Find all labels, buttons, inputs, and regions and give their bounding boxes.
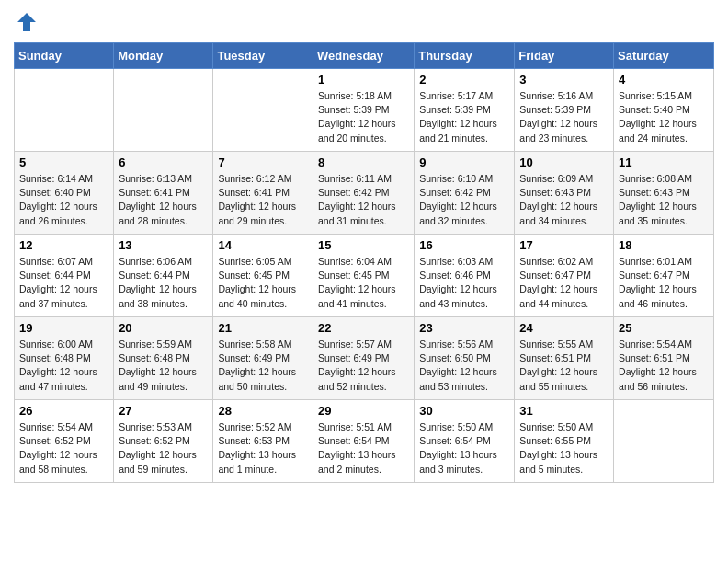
calendar-cell: 4Sunrise: 5:15 AM Sunset: 5:40 PM Daylig… [614, 69, 714, 152]
day-info: Sunrise: 5:50 AM Sunset: 6:55 PM Dayligh… [519, 420, 609, 477]
day-info: Sunrise: 6:04 AM Sunset: 6:45 PM Dayligh… [318, 255, 409, 311]
day-number: 10 [519, 155, 609, 169]
calendar-cell [213, 69, 313, 152]
day-number: 1 [318, 73, 409, 86]
calendar-cell: 29Sunrise: 5:51 AM Sunset: 6:54 PM Dayli… [313, 400, 414, 483]
day-number: 16 [419, 238, 509, 252]
day-number: 19 [19, 321, 108, 335]
calendar-cell: 11Sunrise: 6:08 AM Sunset: 6:43 PM Dayli… [614, 152, 714, 235]
day-info: Sunrise: 5:52 AM Sunset: 6:53 PM Dayligh… [218, 420, 308, 477]
day-number: 23 [419, 321, 509, 335]
calendar-cell [114, 69, 213, 152]
page-header [14, 9, 714, 35]
day-info: Sunrise: 6:09 AM Sunset: 6:43 PM Dayligh… [519, 172, 609, 228]
day-info: Sunrise: 5:17 AM Sunset: 5:39 PM Dayligh… [419, 89, 509, 145]
calendar-week-row: 19Sunrise: 6:00 AM Sunset: 6:48 PM Dayli… [15, 317, 714, 400]
calendar-week-row: 5Sunrise: 6:14 AM Sunset: 6:40 PM Daylig… [15, 152, 714, 235]
calendar-cell: 16Sunrise: 6:03 AM Sunset: 6:46 PM Dayli… [415, 235, 515, 317]
svg-marker-0 [17, 13, 36, 31]
day-number: 28 [218, 404, 308, 418]
day-info: Sunrise: 5:57 AM Sunset: 6:49 PM Dayligh… [318, 338, 409, 394]
day-info: Sunrise: 5:51 AM Sunset: 6:54 PM Dayligh… [318, 420, 409, 477]
weekday-header-saturday: Saturday [614, 43, 714, 69]
day-number: 14 [218, 238, 308, 252]
calendar-cell: 14Sunrise: 6:05 AM Sunset: 6:45 PM Dayli… [213, 235, 313, 317]
calendar-cell [15, 69, 114, 152]
day-info: Sunrise: 5:53 AM Sunset: 6:52 PM Dayligh… [119, 420, 208, 477]
calendar-cell: 25Sunrise: 5:54 AM Sunset: 6:51 PM Dayli… [614, 317, 714, 400]
day-number: 4 [619, 73, 709, 86]
calendar-cell: 26Sunrise: 5:54 AM Sunset: 6:52 PM Dayli… [15, 400, 114, 483]
day-info: Sunrise: 5:54 AM Sunset: 6:52 PM Dayligh… [19, 420, 108, 477]
day-info: Sunrise: 6:00 AM Sunset: 6:48 PM Dayligh… [19, 338, 108, 394]
day-number: 13 [119, 238, 208, 252]
day-info: Sunrise: 5:56 AM Sunset: 6:50 PM Dayligh… [419, 338, 509, 394]
day-number: 22 [318, 321, 409, 335]
calendar-cell: 21Sunrise: 5:58 AM Sunset: 6:49 PM Dayli… [213, 317, 313, 400]
weekday-header-wednesday: Wednesday [313, 43, 414, 69]
calendar-cell: 23Sunrise: 5:56 AM Sunset: 6:50 PM Dayli… [415, 317, 515, 400]
day-number: 11 [619, 155, 709, 169]
day-info: Sunrise: 6:14 AM Sunset: 6:40 PM Dayligh… [19, 172, 108, 228]
day-number: 20 [119, 321, 208, 335]
logo [14, 9, 43, 35]
calendar-cell: 12Sunrise: 6:07 AM Sunset: 6:44 PM Dayli… [15, 235, 114, 317]
calendar-table: SundayMondayTuesdayWednesdayThursdayFrid… [14, 42, 714, 483]
day-number: 31 [519, 404, 609, 418]
day-number: 12 [19, 238, 108, 252]
day-info: Sunrise: 5:18 AM Sunset: 5:39 PM Dayligh… [318, 89, 409, 145]
calendar-cell: 15Sunrise: 6:04 AM Sunset: 6:45 PM Dayli… [313, 235, 414, 317]
day-number: 2 [419, 73, 509, 86]
logo-icon [14, 9, 40, 35]
day-info: Sunrise: 6:03 AM Sunset: 6:46 PM Dayligh… [419, 255, 509, 311]
day-info: Sunrise: 6:10 AM Sunset: 6:42 PM Dayligh… [419, 172, 509, 228]
day-number: 30 [419, 404, 509, 418]
weekday-header-friday: Friday [515, 43, 614, 69]
calendar-cell: 18Sunrise: 6:01 AM Sunset: 6:47 PM Dayli… [614, 235, 714, 317]
weekday-header-sunday: Sunday [15, 43, 114, 69]
calendar-cell [614, 400, 714, 483]
day-number: 8 [318, 155, 409, 169]
weekday-header-tuesday: Tuesday [213, 43, 313, 69]
calendar-cell: 10Sunrise: 6:09 AM Sunset: 6:43 PM Dayli… [515, 152, 614, 235]
day-info: Sunrise: 5:55 AM Sunset: 6:51 PM Dayligh… [519, 338, 609, 394]
calendar-cell: 13Sunrise: 6:06 AM Sunset: 6:44 PM Dayli… [114, 235, 213, 317]
day-info: Sunrise: 5:58 AM Sunset: 6:49 PM Dayligh… [218, 338, 308, 394]
day-number: 26 [19, 404, 108, 418]
calendar-cell: 30Sunrise: 5:50 AM Sunset: 6:54 PM Dayli… [415, 400, 515, 483]
calendar-cell: 9Sunrise: 6:10 AM Sunset: 6:42 PM Daylig… [415, 152, 515, 235]
calendar-cell: 28Sunrise: 5:52 AM Sunset: 6:53 PM Dayli… [213, 400, 313, 483]
weekday-header-thursday: Thursday [415, 43, 515, 69]
calendar-cell: 24Sunrise: 5:55 AM Sunset: 6:51 PM Dayli… [515, 317, 614, 400]
day-info: Sunrise: 5:16 AM Sunset: 5:39 PM Dayligh… [519, 89, 609, 145]
day-info: Sunrise: 6:01 AM Sunset: 6:47 PM Dayligh… [619, 255, 709, 311]
day-info: Sunrise: 5:59 AM Sunset: 6:48 PM Dayligh… [119, 338, 208, 394]
calendar-week-row: 1Sunrise: 5:18 AM Sunset: 5:39 PM Daylig… [15, 69, 714, 152]
weekday-header-row: SundayMondayTuesdayWednesdayThursdayFrid… [15, 43, 714, 69]
day-info: Sunrise: 6:02 AM Sunset: 6:47 PM Dayligh… [519, 255, 609, 311]
day-number: 15 [318, 238, 409, 252]
calendar-cell: 31Sunrise: 5:50 AM Sunset: 6:55 PM Dayli… [515, 400, 614, 483]
day-info: Sunrise: 6:11 AM Sunset: 6:42 PM Dayligh… [318, 172, 409, 228]
calendar-cell: 7Sunrise: 6:12 AM Sunset: 6:41 PM Daylig… [213, 152, 313, 235]
calendar-cell: 17Sunrise: 6:02 AM Sunset: 6:47 PM Dayli… [515, 235, 614, 317]
day-info: Sunrise: 5:54 AM Sunset: 6:51 PM Dayligh… [619, 338, 709, 394]
day-number: 25 [619, 321, 709, 335]
calendar-cell: 8Sunrise: 6:11 AM Sunset: 6:42 PM Daylig… [313, 152, 414, 235]
day-number: 5 [19, 155, 108, 169]
day-number: 29 [318, 404, 409, 418]
day-number: 6 [119, 155, 208, 169]
calendar-cell: 20Sunrise: 5:59 AM Sunset: 6:48 PM Dayli… [114, 317, 213, 400]
day-number: 9 [419, 155, 509, 169]
day-number: 27 [119, 404, 208, 418]
day-number: 18 [619, 238, 709, 252]
calendar-cell: 1Sunrise: 5:18 AM Sunset: 5:39 PM Daylig… [313, 69, 414, 152]
day-info: Sunrise: 6:05 AM Sunset: 6:45 PM Dayligh… [218, 255, 308, 311]
day-info: Sunrise: 6:13 AM Sunset: 6:41 PM Dayligh… [119, 172, 208, 228]
day-info: Sunrise: 5:50 AM Sunset: 6:54 PM Dayligh… [419, 420, 509, 477]
day-number: 7 [218, 155, 308, 169]
weekday-header-monday: Monday [114, 43, 213, 69]
calendar-cell: 27Sunrise: 5:53 AM Sunset: 6:52 PM Dayli… [114, 400, 213, 483]
calendar-week-row: 12Sunrise: 6:07 AM Sunset: 6:44 PM Dayli… [15, 235, 714, 317]
calendar-cell: 19Sunrise: 6:00 AM Sunset: 6:48 PM Dayli… [15, 317, 114, 400]
